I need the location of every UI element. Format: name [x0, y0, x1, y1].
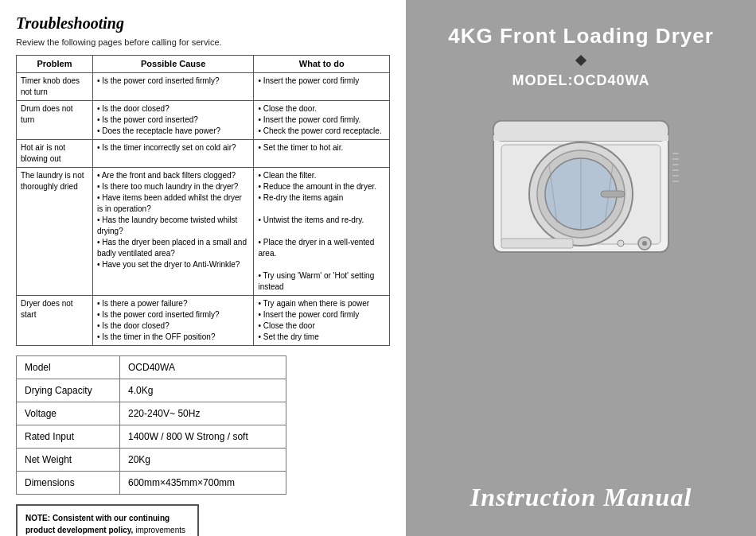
- dryer-illustration: [477, 105, 684, 264]
- col-cause-header: Possible Cause: [92, 56, 254, 73]
- note-text: NOTE: Consistent with our continuing pro…: [25, 514, 185, 536]
- spec-row: Rated Input 1400W / 800 W Strong / soft: [17, 425, 286, 449]
- spec-row: Drying Capacity 4.0Kg: [17, 379, 286, 402]
- page-subtitle: Review the following pages before callin…: [16, 37, 390, 47]
- todo-cell: • Close the door.• Insert the power cord…: [254, 101, 390, 140]
- spec-label: Dimensions: [17, 472, 120, 495]
- svg-point-14: [618, 240, 624, 247]
- svg-rect-18: [672, 169, 679, 171]
- svg-point-13: [642, 241, 647, 246]
- svg-rect-16: [672, 158, 679, 160]
- left-panel: Troubleshooting Review the following pag…: [0, 0, 406, 536]
- todo-cell: • Try again when there is power • Insert…: [254, 296, 390, 346]
- svg-rect-19: [672, 175, 679, 177]
- note-box: NOTE: Consistent with our continuing pro…: [16, 504, 199, 536]
- spec-row: Dimensions 600mm×435mm×700mm: [17, 472, 286, 495]
- table-row: The laundry is not thoroughly dried • Ar…: [17, 168, 390, 296]
- diamond-icon: [575, 55, 586, 66]
- spec-value: OCD40WA: [120, 356, 286, 379]
- right-bottom-section: Instruction Manual: [470, 483, 692, 512]
- todo-cell: • Clean the filter. • Reduce the amount …: [254, 168, 390, 296]
- table-row: Dryer does not start • Is there a power …: [17, 296, 390, 346]
- cause-cell: • Are the front and back filters clogged…: [92, 168, 254, 296]
- svg-rect-11: [501, 239, 573, 248]
- spec-label: Rated Input: [17, 425, 120, 449]
- svg-rect-2: [493, 135, 668, 141]
- right-panel: 4KG Front Loading Dryer MODEL:OCD40WA: [406, 0, 756, 536]
- right-top-section: 4KG Front Loading Dryer MODEL:OCD40WA: [422, 24, 740, 280]
- col-problem-header: Problem: [17, 56, 93, 73]
- problem-cell: Hot air is not blowing out: [17, 140, 93, 168]
- problem-cell: Dryer does not start: [17, 296, 93, 346]
- svg-rect-17: [672, 164, 679, 165]
- col-todo-header: What to do: [254, 56, 390, 73]
- product-title: 4KG Front Loading Dryer: [448, 24, 714, 49]
- spec-row: Voltage 220-240V~ 50Hz: [17, 402, 286, 425]
- spec-label: Model: [17, 356, 120, 379]
- problem-cell: Timer knob does not turn: [17, 73, 93, 101]
- spec-row: Model OCD40WA: [17, 356, 286, 379]
- problem-cell: The laundry is not thoroughly dried: [17, 168, 93, 296]
- spec-label: Voltage: [17, 402, 120, 425]
- cause-cell: • Is the door closed?• Is the power cord…: [92, 101, 254, 140]
- cause-cell: • Is there a power failure? • Is the pow…: [92, 296, 254, 346]
- model-text: MODEL:OCD40WA: [512, 72, 649, 89]
- spec-label: Net Weight: [17, 449, 120, 472]
- todo-cell: • Insert the power cord firmly: [254, 73, 390, 101]
- spec-label: Drying Capacity: [17, 379, 120, 402]
- table-row: Hot air is not blowing out • Is the time…: [17, 140, 390, 168]
- page-title: Troubleshooting: [16, 14, 390, 33]
- cause-cell: • Is the timer incorrectly set on cold a…: [92, 140, 254, 168]
- instruction-manual-title: Instruction Manual: [470, 483, 692, 512]
- cause-cell: • Is the power cord inserted firmly?: [92, 73, 254, 101]
- spec-row: Net Weight 20Kg: [17, 449, 286, 472]
- svg-rect-20: [672, 181, 679, 182]
- todo-cell: • Set the timer to hot air.: [254, 140, 390, 168]
- spec-value: 20Kg: [120, 449, 286, 472]
- problem-cell: Drum does not turn: [17, 101, 93, 140]
- spec-value: 1400W / 800 W Strong / soft: [120, 425, 286, 449]
- table-row: Drum does not turn • Is the door closed?…: [17, 101, 390, 140]
- svg-rect-15: [672, 153, 679, 154]
- spec-value: 600mm×435mm×700mm: [120, 472, 286, 495]
- spec-value: 4.0Kg: [120, 379, 286, 402]
- spec-value: 220-240V~ 50Hz: [120, 402, 286, 425]
- specs-table: Model OCD40WA Drying Capacity 4.0Kg Volt…: [16, 355, 286, 495]
- svg-rect-10: [601, 191, 625, 197]
- table-row: Timer knob does not turn • Is the power …: [17, 73, 390, 101]
- troubleshooting-table: Problem Possible Cause What to do Timer …: [16, 55, 390, 346]
